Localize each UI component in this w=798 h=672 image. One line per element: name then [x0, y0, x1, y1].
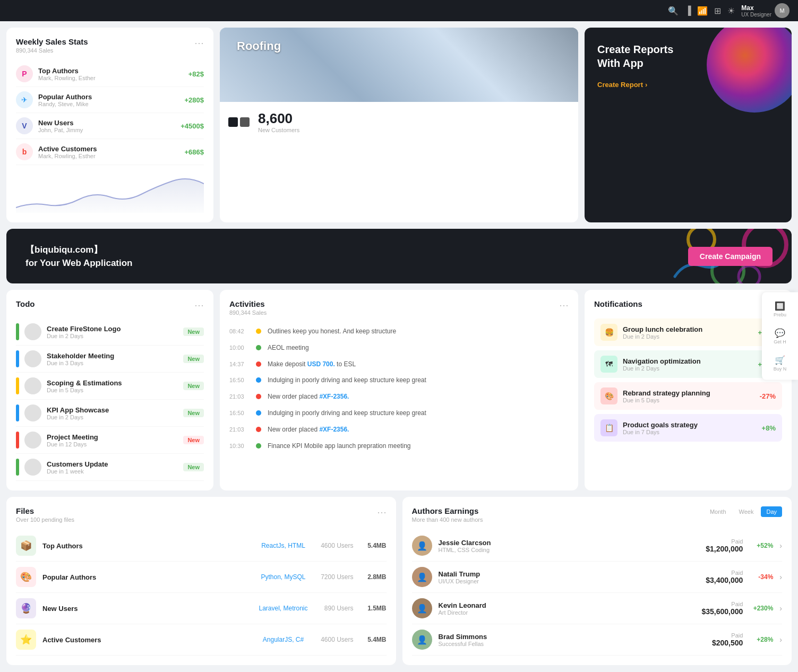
notif-item-4: 📋 Product goals strategy Due in 7 Days +…: [594, 414, 782, 442]
file-name-1: Top Authors: [42, 542, 251, 550]
todo-item-4: KPI App Showcase Due in 2 Days New: [16, 400, 204, 427]
author-arrow-2[interactable]: ›: [779, 573, 782, 581]
act-text-3: Make deposit USD 700. to ESL: [268, 360, 356, 369]
stat-item-top-authors: P Top Authors Mark, Rowling, Esther +82$: [16, 61, 204, 87]
reports-card: Create ReportsWith App Create Report ›: [585, 28, 792, 222]
act-dot-7: [256, 427, 261, 432]
author-item-3: 👤 Kevin Leonard Art Director Paid $35,60…: [412, 593, 783, 624]
file-users-1: 4600 Users: [316, 542, 354, 549]
activity-item-3: 14:37 Make deposit USD 700. to ESL: [229, 356, 569, 373]
notif-due-2: Due in 2 Days: [623, 365, 752, 372]
act-text-1: Outlines keep you honest. And keep struc…: [268, 327, 396, 336]
act-dot-5: [256, 394, 261, 399]
act-text-2: AEOL meeting: [268, 343, 309, 352]
reports-title: Create ReportsWith App: [597, 42, 779, 70]
period-month-btn[interactable]: Month: [705, 506, 732, 517]
author-arrow-4[interactable]: ›: [779, 635, 782, 644]
todo-name-4: KPI App Showcase: [47, 406, 178, 414]
period-buttons: Month Week Day: [705, 506, 782, 517]
stat-value-popular-authors: +280$: [184, 96, 204, 104]
period-day-btn[interactable]: Day: [761, 506, 782, 517]
todo-item-1: Create FireStone Logo Due in 2 Days New: [16, 318, 204, 346]
notif-due-1: Due in 2 Days: [623, 333, 752, 340]
user-name: Max: [741, 4, 771, 12]
campaign-banner: 【biqubiqu.com】 for Your Web Application …: [6, 229, 792, 283]
campaign-sub: for Your Web Application: [25, 258, 133, 269]
author-role-1: HTML, CSS Coding: [439, 547, 694, 553]
activity-item-2: 10:00 AEOL meeting: [229, 340, 569, 356]
activity-item-1: 08:42 Outlines keep you honest. And keep…: [229, 323, 569, 340]
authors-title: Authors Earnings: [412, 506, 483, 515]
notif-icon-2: 🗺: [600, 356, 617, 373]
notif-name-3: Rebrand strategy planning: [623, 389, 754, 397]
todo-dot-4: [16, 404, 19, 421]
notif-name-4: Product goals strategy: [623, 421, 757, 429]
author-paid-label-4: Paid: [700, 632, 743, 639]
weekly-sales-card: Weekly Sales Stats 890,344 Sales ⋯ P Top…: [6, 28, 213, 222]
todo-dot-1: [16, 323, 19, 340]
create-campaign-button[interactable]: Create Campaign: [688, 247, 773, 266]
notif-icon-1: 🍔: [600, 324, 617, 341]
author-item-1: 👤 Jessie Clarcson HTML, CSS Coding Paid …: [412, 530, 783, 562]
todo-badge-1: New: [183, 328, 204, 336]
stat-sub-active-customers: Mark, Rowling, Esther: [38, 153, 179, 159]
act-time-5: 21:03: [229, 393, 250, 400]
activities-menu[interactable]: ⋯: [559, 299, 569, 311]
weekly-sales-menu[interactable]: ⋯: [194, 37, 204, 49]
user-avatar[interactable]: M: [775, 3, 790, 18]
act-text-4: Indulging in poorly driving and keep str…: [268, 376, 426, 385]
author-arrow-1[interactable]: ›: [779, 541, 782, 550]
side-panel-item-geth[interactable]: 💬 Get H: [764, 324, 796, 349]
brightness-icon[interactable]: ☀: [727, 6, 735, 16]
todo-item-5: Project Meeting Due in 12 Days New: [16, 427, 204, 454]
todo-due-5: Due in 12 Days: [47, 441, 178, 447]
author-paid-label-2: Paid: [700, 570, 743, 576]
act-dot-2: [256, 345, 261, 350]
todo-due-6: Due in 1 week: [47, 468, 178, 475]
side-panel-label-geth: Get H: [774, 339, 786, 344]
activities-title: Activities: [229, 299, 267, 308]
grid-icon[interactable]: ⊞: [714, 6, 721, 16]
author-name-3: Kevin Leonard: [439, 601, 694, 609]
act-time-4: 16:50: [229, 377, 250, 383]
todo-item-3: Scoping & Estimations Due in 5 Days New: [16, 373, 204, 400]
side-panel-item-buyn[interactable]: 🛒 Buy N: [764, 351, 796, 376]
author-role-2: UI/UX Designer: [439, 578, 694, 584]
search-icon[interactable]: 🔍: [668, 6, 679, 16]
stat-item-popular-authors: ✈ Popular Authors Randy, Steve, Mike +28…: [16, 87, 204, 113]
stat-item-active-customers: b Active Customers Mark, Rowling, Esther…: [16, 139, 204, 165]
user-role: UX Designer: [741, 12, 771, 18]
author-avatar-1: 👤: [412, 536, 432, 556]
notif-due-3: Due in 5 Days: [623, 397, 754, 403]
author-name-2: Natali Trump: [439, 570, 694, 578]
activities-subtitle: 890,344 Sales: [229, 309, 267, 316]
side-panel-item-prebu[interactable]: 🔲 Prebu: [764, 297, 796, 322]
author-item-4: 👤 Brad Simmons Successful Fellas Paid $2…: [412, 624, 783, 656]
notif-val-4: +8%: [762, 424, 776, 432]
files-menu[interactable]: ⋯: [377, 506, 387, 518]
top-row: Weekly Sales Stats 890,344 Sales ⋯ P Top…: [6, 28, 792, 222]
author-arrow-3[interactable]: ›: [779, 604, 782, 613]
nc-icon-dark: [228, 117, 238, 127]
file-users-4: 4600 Users: [316, 636, 354, 643]
activity-item-7: 21:03 New order placed #XF-2356.: [229, 421, 569, 438]
file-name-3: New Users: [42, 605, 251, 613]
side-panel-label-prebu: Prebu: [774, 312, 786, 317]
todo-avatar-2: [24, 350, 41, 367]
act-time-6: 16:50: [229, 410, 250, 416]
file-users-3: 890 Users: [316, 605, 354, 612]
file-tech-4: AngularJS, C#: [257, 636, 310, 643]
period-week-btn[interactable]: Week: [734, 506, 759, 517]
side-panel-icon-buyn: 🛒: [775, 355, 785, 365]
roofing-image: Roofing: [220, 28, 578, 102]
todo-item-6: Customers Update Due in 1 week New: [16, 454, 204, 481]
todo-menu[interactable]: ⋯: [194, 299, 204, 311]
authors-earnings-card: Authors Earnings More than 400 new autho…: [402, 497, 792, 665]
notif-due-4: Due in 7 Days: [623, 429, 757, 435]
act-text-5: New order placed #XF-2356.: [268, 392, 349, 401]
stat-icon-popular-authors: ✈: [16, 91, 33, 108]
arrow-right-icon: ›: [645, 81, 647, 89]
act-dot-6: [256, 410, 261, 416]
user-info: Max UX Designer M: [741, 3, 790, 18]
create-report-link[interactable]: Create Report ›: [597, 81, 779, 89]
